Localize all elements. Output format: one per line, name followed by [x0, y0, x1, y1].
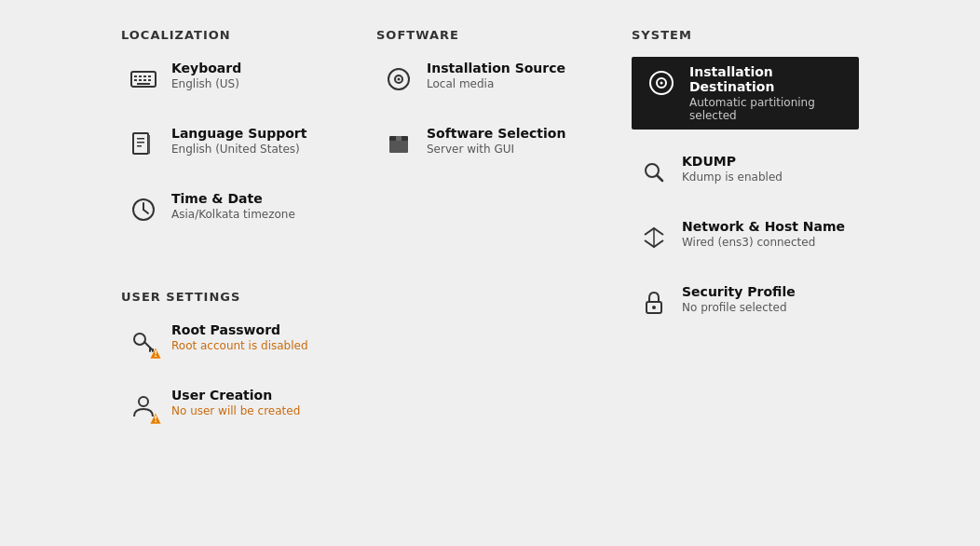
network-icon: [640, 224, 668, 252]
software-title: SOFTWARE: [376, 28, 604, 42]
network-host-item[interactable]: Network & Host Name Wired (ens3) connect…: [632, 215, 859, 260]
package-icon-wrap: [380, 126, 417, 163]
security-profile-subtitle: No profile selected: [682, 301, 796, 314]
root-password-title: Root Password: [171, 322, 308, 337]
keyboard-item[interactable]: Keyboard English (US): [121, 57, 348, 102]
language-support-subtitle: English (United States): [171, 143, 306, 156]
user-settings-title: USER SETTINGS: [121, 290, 348, 304]
system-title: SYSTEM: [632, 28, 859, 42]
installation-destination-item[interactable]: Installation Destination Automatic parti…: [632, 57, 859, 130]
disk-icon-wrap: [643, 64, 680, 102]
software-selection-item[interactable]: Software Selection Server with GUI: [376, 122, 604, 167]
installation-destination-title: Installation Destination: [689, 64, 848, 94]
main-container: LOCALIZATION Keyboard English (US) Langu…: [0, 0, 980, 546]
disc-icon: [385, 65, 413, 93]
localization-column: LOCALIZATION Keyboard English (US) Langu…: [121, 19, 348, 527]
root-password-subtitle: Root account is disabled: [171, 339, 308, 352]
installation-source-item[interactable]: Installation Source Local media: [376, 57, 604, 102]
keyboard-icon: [129, 65, 157, 93]
disk-icon: [647, 69, 675, 97]
time-date-item[interactable]: Time & Date Asia/Kolkata timezone: [121, 187, 348, 232]
clock-icon-wrap: [125, 191, 162, 228]
installation-source-subtitle: Local media: [427, 77, 565, 90]
network-icon-wrap: [635, 219, 673, 256]
keyboard-title: Keyboard: [171, 61, 241, 75]
time-date-subtitle: Asia/Kolkata timezone: [171, 208, 295, 221]
user-creation-item[interactable]: User Creation No user will be created: [121, 384, 348, 429]
user-creation-warning-icon: [149, 412, 162, 425]
disc-icon-wrap: [380, 61, 417, 98]
root-password-warning-icon: [149, 347, 162, 360]
software-column: SOFTWARE Installation Source Local media…: [376, 19, 604, 527]
network-host-title: Network & Host Name: [682, 219, 845, 234]
clock-icon: [129, 196, 157, 224]
lock-icon-wrap: [635, 284, 673, 321]
language-icon-wrap: [125, 126, 162, 163]
kdump-subtitle: Kdump is enabled: [682, 171, 783, 184]
software-selection-title: Software Selection: [427, 126, 565, 141]
search-icon-wrap: [635, 154, 673, 191]
search-icon: [640, 158, 668, 186]
kdump-item[interactable]: KDUMP Kdump is enabled: [632, 150, 859, 195]
root-password-item[interactable]: Root Password Root account is disabled: [121, 319, 348, 363]
kdump-title: KDUMP: [682, 154, 783, 169]
time-date-title: Time & Date: [171, 191, 295, 206]
user-creation-subtitle: No user will be created: [171, 404, 300, 417]
language-support-item[interactable]: Language Support English (United States): [121, 122, 348, 167]
language-support-title: Language Support: [171, 126, 306, 141]
package-icon: [385, 130, 413, 158]
user-creation-title: User Creation: [171, 388, 300, 403]
language-icon: [129, 130, 157, 158]
keyboard-icon-wrap: [125, 61, 162, 98]
localization-title: LOCALIZATION: [121, 28, 348, 42]
user-icon-wrap: [125, 388, 162, 425]
system-column: SYSTEM Installation Destination Automati…: [632, 19, 859, 527]
lock-icon: [640, 289, 668, 317]
key-icon-wrap: [125, 322, 162, 360]
installation-source-title: Installation Source: [427, 61, 565, 75]
installation-destination-subtitle: Automatic partitioning selected: [689, 96, 848, 122]
keyboard-subtitle: English (US): [171, 77, 241, 90]
security-profile-item[interactable]: Security Profile No profile selected: [632, 280, 859, 325]
network-host-subtitle: Wired (ens3) connected: [682, 236, 845, 249]
security-profile-title: Security Profile: [682, 284, 796, 299]
software-selection-subtitle: Server with GUI: [427, 143, 565, 156]
